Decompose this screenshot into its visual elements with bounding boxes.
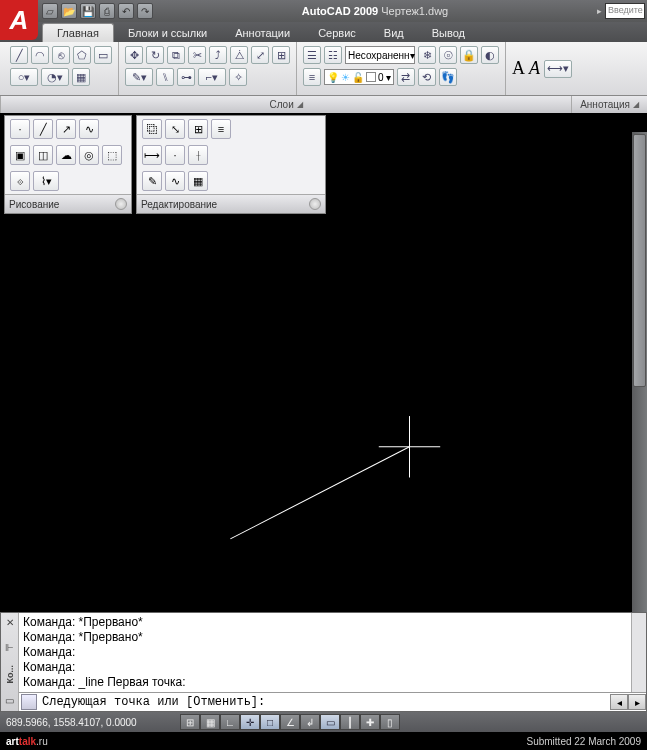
layer-tools-icon[interactable]: ≡ <box>303 68 321 86</box>
text-single-icon[interactable]: A <box>529 58 540 79</box>
gear-icon[interactable] <box>115 198 127 210</box>
qat-new-icon[interactable]: ▱ <box>42 3 58 19</box>
layer-prev-icon[interactable]: ⟲ <box>418 68 436 86</box>
explode-icon[interactable]: ✧ <box>229 68 247 86</box>
cmd-right-button[interactable]: ▸ <box>628 694 646 710</box>
offset-icon[interactable]: ⧉ <box>167 46 185 64</box>
erase-icon[interactable]: ✎▾ <box>125 68 153 86</box>
qat-save-icon[interactable]: 💾 <box>80 3 96 19</box>
mirror-icon[interactable]: ⧊ <box>230 46 248 64</box>
edit-polyline-icon[interactable]: ✎ <box>142 171 162 191</box>
tab-blocks[interactable]: Блоки и ссылки <box>114 24 221 42</box>
dimension-icon[interactable]: ⟷▾ <box>544 60 572 78</box>
construction-line-icon[interactable]: ╱ <box>33 119 53 139</box>
helix-icon[interactable]: ⌇▾ <box>33 171 59 191</box>
array-icon-2[interactable]: ⊞ <box>188 119 208 139</box>
layer-walk-icon[interactable]: 👣 <box>439 68 457 86</box>
copy-icon[interactable]: ⿻ <box>142 119 162 139</box>
break-icon[interactable]: ⑊ <box>156 68 174 86</box>
align-icon[interactable]: ≡ <box>211 119 231 139</box>
ray-icon[interactable]: ↗ <box>56 119 76 139</box>
layer-prop-icon[interactable]: ☰ <box>303 46 321 64</box>
cmd-close-icon[interactable]: ✕ <box>6 616 14 630</box>
circle-icon[interactable]: ○▾ <box>10 68 38 86</box>
trim-icon[interactable]: ✂ <box>188 46 206 64</box>
layer-current-dropdown[interactable]: 💡☀🔓 0 ▾ <box>324 69 394 85</box>
ducs-toggle[interactable]: ↲ <box>300 714 320 730</box>
hatch-icon[interactable]: ▦ <box>72 68 90 86</box>
cmd-menu-icon[interactable]: ▭ <box>5 694 14 708</box>
wipeout-icon[interactable]: ⬚ <box>102 145 122 165</box>
cmd-left-button[interactable]: ◂ <box>610 694 628 710</box>
layer-freeze-icon[interactable]: ⦾ <box>439 46 457 64</box>
text-multi-icon[interactable]: A <box>512 58 525 79</box>
3d-polyline-icon[interactable]: ⟐ <box>10 171 30 191</box>
snap-toggle[interactable]: ⊞ <box>180 714 200 730</box>
move-icon[interactable]: ✥ <box>125 46 143 64</box>
layer-iso-icon[interactable]: ❄ <box>418 46 436 64</box>
qp-toggle[interactable]: ✚ <box>360 714 380 730</box>
status-coordinates[interactable]: 689.5966, 1558.4107, 0.0000 <box>6 717 176 728</box>
point-icon[interactable]: · <box>10 119 30 139</box>
layer-states-icon[interactable]: ☷ <box>324 46 342 64</box>
spline-icon[interactable]: ∿ <box>79 119 99 139</box>
tab-service[interactable]: Сервис <box>304 24 370 42</box>
model-toggle[interactable]: ▯ <box>380 714 400 730</box>
polyline-icon[interactable]: ⎋ <box>52 46 70 64</box>
donut-icon[interactable]: ◎ <box>79 145 99 165</box>
polygon-icon[interactable]: ⬠ <box>73 46 91 64</box>
qat-print-icon[interactable]: ⎙ <box>99 3 115 19</box>
lwt-toggle[interactable]: ┃ <box>340 714 360 730</box>
layer-state-dropdown[interactable]: Несохраненн▾ <box>345 46 415 64</box>
app-logo[interactable] <box>0 0 38 40</box>
panel-title-annotation[interactable]: Аннотация◢ <box>571 96 647 113</box>
command-input[interactable] <box>39 694 610 710</box>
rotate-icon[interactable]: ↻ <box>146 46 164 64</box>
cmd-pin-icon[interactable]: ⊩ <box>5 641 14 655</box>
tab-output[interactable]: Вывод <box>418 24 479 42</box>
layer-match-icon[interactable]: ⇄ <box>397 68 415 86</box>
qat-open-icon[interactable]: 📂 <box>61 3 77 19</box>
panel-title-layers[interactable]: Слои◢ <box>0 96 571 113</box>
boundary-icon[interactable]: ◫ <box>33 145 53 165</box>
layer-lock-icon[interactable]: 🔒 <box>460 46 478 64</box>
document-name: Чертеж1.dwg <box>381 5 448 17</box>
canvas-scrollbar-vertical[interactable] <box>632 132 647 695</box>
otrack-toggle[interactable]: ∠ <box>280 714 300 730</box>
revision-cloud-icon[interactable]: ☁ <box>56 145 76 165</box>
qat-undo-icon[interactable]: ↶ <box>118 3 134 19</box>
command-history[interactable]: Команда: *Прервано* Команда: *Прервано* … <box>19 613 646 692</box>
lengthen-icon[interactable]: ⟼ <box>142 145 162 165</box>
grid-toggle[interactable]: ▦ <box>200 714 220 730</box>
tab-annotations[interactable]: Аннотации <box>221 24 304 42</box>
modify-flyout-title[interactable]: Редактирование <box>137 194 325 213</box>
help-search-input[interactable]: Введите <box>605 3 645 19</box>
join-icon-2[interactable]: ⟊ <box>188 145 208 165</box>
array-icon[interactable]: ⊞ <box>272 46 290 64</box>
polar-toggle[interactable]: ✛ <box>240 714 260 730</box>
ellipse-arc-icon[interactable]: ◔▾ <box>41 68 69 86</box>
join-icon[interactable]: ⊶ <box>177 68 195 86</box>
qat-redo-icon[interactable]: ↷ <box>137 3 153 19</box>
fillet-icon[interactable]: ⌐▾ <box>198 68 226 86</box>
break-at-icon[interactable]: · <box>165 145 185 165</box>
stretch-icon[interactable]: ⤡ <box>165 119 185 139</box>
tab-main[interactable]: Главная <box>42 23 114 42</box>
dyn-toggle[interactable]: ▭ <box>320 714 340 730</box>
tab-view[interactable]: Вид <box>370 24 418 42</box>
arc-icon[interactable]: ◠ <box>31 46 49 64</box>
command-history-scrollbar[interactable] <box>631 613 646 692</box>
gear-icon[interactable] <box>309 198 321 210</box>
drawing-canvas[interactable] <box>0 132 647 695</box>
layer-off-icon[interactable]: ◐ <box>481 46 499 64</box>
scale-icon[interactable]: ⤢ <box>251 46 269 64</box>
edit-spline-icon[interactable]: ∿ <box>165 171 185 191</box>
ortho-toggle[interactable]: ∟ <box>220 714 240 730</box>
edit-hatch-icon[interactable]: ▦ <box>188 171 208 191</box>
line-icon[interactable]: ╱ <box>10 46 28 64</box>
draw-flyout-title[interactable]: Рисование <box>5 194 131 213</box>
rectangle-icon[interactable]: ▭ <box>94 46 112 64</box>
region-icon[interactable]: ▣ <box>10 145 30 165</box>
osnap-toggle[interactable]: □ <box>260 714 280 730</box>
extend-icon[interactable]: ⤴ <box>209 46 227 64</box>
